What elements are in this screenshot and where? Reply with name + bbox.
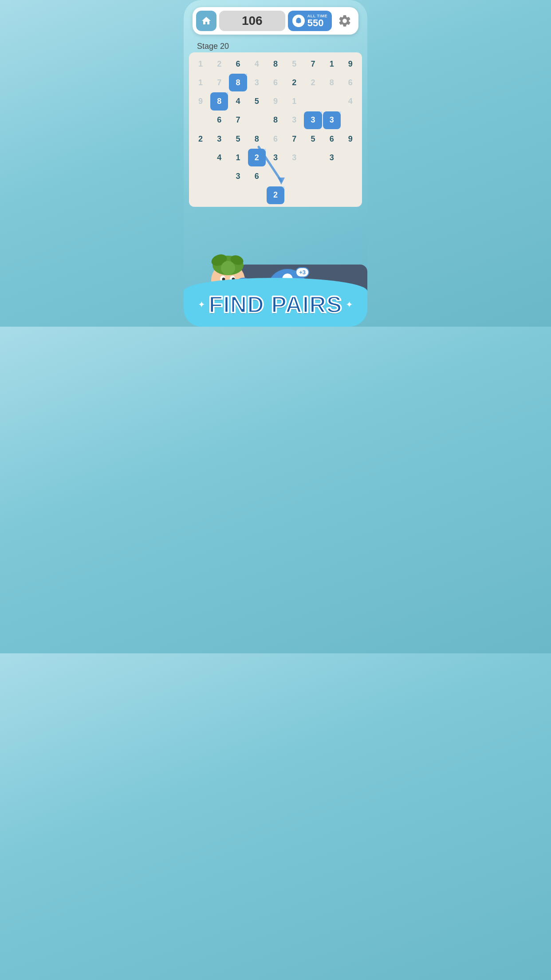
- grid-cell[interactable]: [285, 167, 303, 185]
- grid-cell[interactable]: [192, 149, 209, 166]
- grid-area: 1264857191783622869845914678333235867569…: [189, 52, 362, 207]
- grid-cell[interactable]: 2: [267, 186, 284, 204]
- grid-cell[interactable]: 3: [323, 111, 341, 129]
- grid-cell[interactable]: 9: [267, 92, 284, 110]
- grid-cell[interactable]: [342, 111, 359, 129]
- sparkle-left: ✦: [198, 299, 205, 310]
- grid-cell[interactable]: [323, 167, 341, 185]
- stage-label: Stage 20: [197, 42, 229, 51]
- grid-cell[interactable]: [248, 186, 266, 204]
- grid-cell[interactable]: [304, 186, 322, 204]
- grid-cell[interactable]: 2: [304, 74, 322, 91]
- game-grid: 1264857191783622869845914678333235867569…: [192, 55, 359, 204]
- grid-cell[interactable]: [192, 186, 209, 204]
- alltime-button[interactable]: ALL TIME 550: [288, 11, 332, 31]
- grid-cell[interactable]: 1: [192, 74, 209, 91]
- grid-cell[interactable]: 3: [210, 130, 228, 148]
- grid-cell[interactable]: 8: [267, 111, 284, 129]
- grid-cell[interactable]: 6: [267, 74, 284, 91]
- settings-button[interactable]: [335, 11, 355, 31]
- grid-cell[interactable]: 4: [210, 149, 228, 166]
- score-box: 106: [219, 11, 285, 31]
- grid-cell[interactable]: 1: [285, 92, 303, 110]
- grid-cell[interactable]: 4: [229, 92, 247, 110]
- grid-cell[interactable]: 3: [323, 149, 341, 166]
- grid-cell[interactable]: 4: [342, 92, 359, 110]
- home-button[interactable]: [196, 11, 216, 31]
- grid-cell[interactable]: 3: [285, 149, 303, 166]
- top-bar: 106 ALL TIME 550: [193, 7, 358, 35]
- grid-cell[interactable]: 1: [192, 55, 209, 73]
- find-pairs-title: FIND PAIRS: [209, 291, 342, 318]
- current-score: 106: [242, 14, 263, 28]
- sparkle-right: ✦: [346, 299, 353, 310]
- alltime-text: ALL TIME 550: [307, 14, 327, 28]
- ghost-icon: [295, 17, 303, 25]
- grid-cell[interactable]: 6: [342, 74, 359, 91]
- grid-cell[interactable]: 2: [248, 149, 266, 166]
- grid-cell[interactable]: 5: [285, 55, 303, 73]
- grid-cell[interactable]: [304, 149, 322, 166]
- grid-cell[interactable]: [323, 92, 341, 110]
- grid-cell[interactable]: 9: [342, 130, 359, 148]
- gear-icon: [338, 14, 352, 28]
- grid-cell[interactable]: 2: [210, 55, 228, 73]
- alltime-icon: [292, 15, 305, 27]
- grid-cell[interactable]: 4: [248, 55, 266, 73]
- phone-frame: 106 ALL TIME 550: [184, 0, 367, 327]
- grid-cell[interactable]: 6: [267, 130, 284, 148]
- grid-cell[interactable]: [229, 186, 247, 204]
- grid-cell[interactable]: 1: [323, 55, 341, 73]
- grid-cell[interactable]: [192, 111, 209, 129]
- grid-cell[interactable]: 7: [285, 130, 303, 148]
- alltime-score: 550: [307, 18, 324, 28]
- grid-cell[interactable]: [248, 111, 266, 129]
- grid-cell[interactable]: 6: [323, 130, 341, 148]
- grid-cell[interactable]: 3: [267, 149, 284, 166]
- grid-cell[interactable]: 8: [210, 92, 228, 110]
- grid-cell[interactable]: 5: [229, 130, 247, 148]
- grid-cell[interactable]: [323, 186, 341, 204]
- grid-cell[interactable]: 7: [304, 55, 322, 73]
- grid-cell[interactable]: 8: [229, 74, 247, 91]
- grid-cell[interactable]: 2: [192, 130, 209, 148]
- grid-cell[interactable]: [342, 186, 359, 204]
- grid-cell[interactable]: 1: [229, 149, 247, 166]
- grid-cell[interactable]: 6: [210, 111, 228, 129]
- home-icon: [201, 16, 212, 26]
- grid-cell[interactable]: 3: [229, 167, 247, 185]
- grid-cell[interactable]: 7: [210, 74, 228, 91]
- grid-cell[interactable]: [342, 149, 359, 166]
- grid-cell[interactable]: 6: [229, 55, 247, 73]
- grid-cell[interactable]: 2: [285, 74, 303, 91]
- hint-badge: +3: [295, 267, 309, 277]
- svg-point-12: [221, 261, 235, 275]
- grid-cell[interactable]: 3: [248, 74, 266, 91]
- grid-cell[interactable]: [210, 167, 228, 185]
- grid-cell[interactable]: 8: [323, 74, 341, 91]
- bottom-banner: ✦ FIND PAIRS ✦: [184, 278, 367, 327]
- grid-cell[interactable]: 8: [248, 130, 266, 148]
- grid-cell[interactable]: [304, 92, 322, 110]
- grid-cell[interactable]: 5: [248, 92, 266, 110]
- grid-cell[interactable]: [267, 167, 284, 185]
- grid-cell[interactable]: [210, 186, 228, 204]
- grid-cell[interactable]: 3: [285, 111, 303, 129]
- grid-cell[interactable]: 3: [304, 111, 322, 129]
- grid-cell[interactable]: 5: [304, 130, 322, 148]
- grid-cell[interactable]: [304, 167, 322, 185]
- grid-cell[interactable]: 8: [267, 55, 284, 73]
- grid-cell[interactable]: [285, 186, 303, 204]
- grid-cell[interactable]: 7: [229, 111, 247, 129]
- grid-cell[interactable]: [342, 167, 359, 185]
- grid-cell[interactable]: 9: [192, 92, 209, 110]
- grid-cell[interactable]: 9: [342, 55, 359, 73]
- grid-cell[interactable]: [192, 167, 209, 185]
- grid-cell[interactable]: 6: [248, 167, 266, 185]
